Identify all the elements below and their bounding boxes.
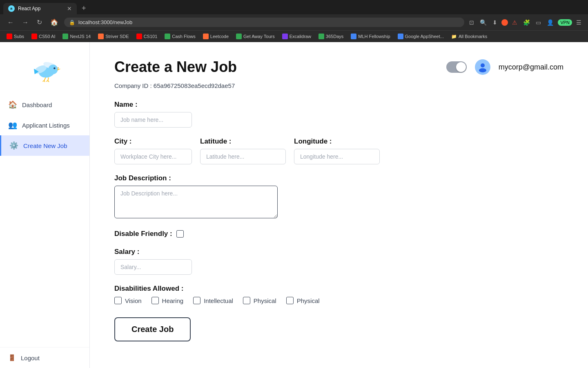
longitude-label: Longitude : [294, 137, 380, 146]
bookmark-getaway[interactable]: Get Away Tours [233, 32, 278, 40]
create-job-button[interactable]: Create Job [114, 317, 191, 341]
refresh-button[interactable]: ↻ [34, 17, 45, 28]
disable-friendly-label: Disable Friendly : [114, 230, 172, 238]
profile-button[interactable]: 👤 [545, 18, 555, 27]
bookmark-cs101[interactable]: CS101 [133, 32, 161, 40]
form-group-description: Job Description : [114, 174, 564, 220]
disability-physical1-checkbox[interactable] [243, 297, 250, 304]
bookmark-all[interactable]: 📁 All Bookmarks [448, 33, 490, 40]
svg-line-14 [48, 81, 49, 82]
nav-item-applicants[interactable]: 👥 Applicant Listings [0, 115, 89, 135]
disabilities-label: Disabilities Allowed : [114, 285, 564, 293]
extensions-button[interactable]: 🧩 [521, 18, 532, 27]
bookmark-favicon [136, 34, 142, 39]
disability-hearing-checkbox[interactable] [151, 297, 159, 304]
description-textarea[interactable] [114, 186, 278, 218]
vpn-badge[interactable]: VPN [558, 19, 572, 26]
sidebar-button[interactable]: ▭ [534, 18, 543, 27]
lock-icon: 🔒 [69, 20, 75, 25]
form-group-salary: Salary : [114, 248, 564, 275]
page-title: Create a New Job [114, 58, 237, 76]
logout-button[interactable]: 🚪 Logout [8, 354, 81, 361]
nav-item-dashboard[interactable]: 🏠 Dashboard [0, 94, 89, 115]
back-button[interactable]: ← [5, 17, 16, 28]
disable-friendly-row: Disable Friendly : [114, 230, 564, 238]
bookmark-favicon [165, 34, 170, 39]
header-right: mycorp@gmail.com [446, 59, 564, 75]
bookmark-favicon [7, 34, 12, 39]
disability-physical1-label: Physical [254, 297, 276, 304]
bookmark-label: Subs [14, 34, 24, 39]
nav-label-applicants: Applicant Listings [22, 122, 70, 129]
bookmark-striver[interactable]: Striver SDE [95, 32, 132, 40]
city-label: City : [114, 137, 192, 146]
browser-navigation-bar: ← → ↻ 🏠 🔒 localhost:3000/newJob ⊡ 🔍 ⬇ ⚠ … [0, 14, 588, 30]
bookmark-label: CS50 AI [39, 34, 55, 39]
svg-point-7 [53, 67, 56, 70]
svg-text:R: R [11, 7, 13, 10]
form-group-disable-friendly: Disable Friendly : [114, 230, 564, 238]
bookmark-cs50ai[interactable]: CS50 AI [28, 32, 58, 40]
disability-physical2-checkbox[interactable] [286, 297, 294, 304]
bookmark-365days[interactable]: 365Days [315, 32, 347, 40]
bookmark-favicon [31, 34, 37, 39]
nav-item-create-job[interactable]: ⚙️ Create New Job [0, 135, 89, 156]
forward-button[interactable]: → [20, 17, 31, 28]
bookmark-appsheet[interactable]: Google AppSheet... [394, 32, 447, 40]
disability-vision-label: Vision [125, 297, 142, 304]
menu-button[interactable]: ☰ [575, 18, 583, 27]
bookmark-leetcode[interactable]: Leetcode [200, 32, 232, 40]
bookmark-nextjs14[interactable]: NextJS 14 [59, 32, 94, 40]
form-group-location: City : Latitude : Longitude : [114, 137, 564, 164]
disability-intellectual-checkbox[interactable] [193, 297, 200, 304]
nav-label-dashboard: Dashboard [22, 101, 52, 108]
disability-physical2-label: Physical [297, 297, 320, 304]
description-label: Job Description : [114, 174, 564, 182]
applicants-icon: 👥 [8, 121, 17, 130]
disability-vision-checkbox[interactable] [114, 297, 122, 304]
svg-point-5 [48, 65, 58, 74]
bookmark-excalidraw[interactable]: Excalidraw [279, 32, 314, 40]
city-group: City : [114, 137, 192, 164]
home-button[interactable]: 🏠 [48, 17, 61, 28]
name-input[interactable] [114, 112, 192, 128]
bookmark-subs[interactable]: Subs [3, 32, 27, 40]
bookmark-favicon [318, 34, 324, 39]
city-input[interactable] [114, 149, 192, 164]
bookmark-cashflows[interactable]: Cash Flows [161, 32, 198, 40]
latitude-label: Latitude : [200, 137, 286, 146]
tab-favicon: R [8, 5, 15, 12]
latitude-group: Latitude : [200, 137, 286, 164]
longitude-input[interactable] [294, 149, 380, 164]
salary-input[interactable] [114, 259, 192, 275]
disable-friendly-checkbox[interactable] [176, 230, 184, 238]
download-button[interactable]: ⬇ [491, 18, 499, 27]
latitude-input[interactable] [200, 149, 286, 164]
disability-option-vision: Vision [114, 297, 142, 304]
tab-close-button[interactable]: ✕ [67, 5, 72, 12]
theme-toggle[interactable] [446, 61, 467, 73]
address-bar[interactable]: 🔒 localhost:3000/newJob [64, 18, 464, 27]
bookmark-favicon [282, 34, 288, 39]
disabilities-section: Disabilities Allowed : Vision Hearing In… [114, 285, 564, 304]
bookmark-mlh[interactable]: MLH Fellowship [347, 32, 393, 40]
logo-area [0, 42, 89, 91]
bookmark-favicon [398, 34, 403, 39]
zoom-button[interactable]: 🔍 [478, 18, 488, 27]
name-label: Name : [114, 101, 564, 109]
folder-icon: 📁 [451, 34, 457, 39]
svg-marker-6 [57, 69, 60, 71]
svg-line-11 [44, 81, 45, 82]
tab-title: React App [18, 6, 64, 11]
active-tab[interactable]: R React App ✕ [3, 3, 77, 14]
company-id: Company ID : 65a96725083ea5ecd92dae57 [114, 82, 564, 89]
bookmark-label: NextJS 14 [70, 34, 91, 39]
bookmark-label: Google AppSheet... [405, 34, 444, 39]
home-icon: 🏠 [8, 100, 17, 109]
bookmark-label: Cash Flows [172, 34, 195, 39]
bookmark-label: Excalidraw [290, 34, 311, 39]
new-tab-button[interactable]: + [78, 2, 89, 14]
sidebar: 🏠 Dashboard 👥 Applicant Listings ⚙️ Crea… [0, 42, 90, 368]
main-content: Create a New Job mycorp@gmail.com Compan… [90, 42, 588, 368]
cast-button[interactable]: ⊡ [468, 18, 476, 27]
